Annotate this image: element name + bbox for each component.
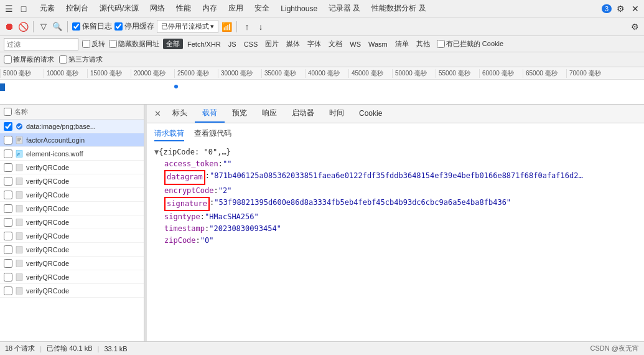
filter-type-css[interactable]: CSS	[241, 40, 261, 49]
subtab-request-payload[interactable]: 请求载荷	[154, 128, 184, 141]
timeline-mark-7: 40000 毫秒	[305, 69, 348, 78]
select-all-checkbox[interactable]	[4, 108, 12, 116]
menu-memory[interactable]: 内存	[197, 2, 222, 15]
list-item[interactable]: verifyQRCode	[0, 161, 144, 174]
tab-payload[interactable]: 载荷	[195, 105, 225, 123]
filter-type-all[interactable]: 全部	[163, 39, 183, 49]
list-item[interactable]: verifyQRCode	[0, 257, 144, 270]
request-checkbox[interactable]	[4, 122, 12, 131]
timeline-mark-4: 25000 毫秒	[174, 69, 218, 78]
menu-application[interactable]: 应用	[223, 2, 248, 15]
menu-icon-2[interactable]: □	[17, 2, 30, 15]
menu-recorder[interactable]: 记录器 及	[324, 2, 365, 15]
request-name: verifyQRCode	[26, 164, 69, 171]
tab-preview[interactable]: 预览	[225, 105, 254, 123]
menu-element[interactable]: 元素	[35, 2, 60, 15]
hidden-requests-checkbox[interactable]: 被屏蔽的请求	[4, 55, 54, 64]
resource-size: 33.1 kB	[104, 345, 127, 353]
request-checkbox[interactable]	[4, 191, 12, 199]
search-icon[interactable]: 🔍	[52, 21, 63, 32]
request-checkbox[interactable]	[4, 232, 12, 240]
request-checkbox[interactable]	[4, 177, 12, 186]
list-item[interactable]: data:image/png;base...	[0, 120, 144, 133]
clear-icon[interactable]: 🚫	[17, 21, 29, 32]
window-controls: ☰ □	[2, 2, 30, 15]
tab-response[interactable]: 响应	[254, 105, 284, 123]
filter-type-js[interactable]: JS	[225, 40, 240, 49]
request-checkbox[interactable]	[4, 163, 12, 172]
hide-data-url-checkbox[interactable]: 隐藏数据网址	[109, 39, 159, 49]
timeline-mark-9: 50000 毫秒	[392, 69, 436, 78]
settings-icon[interactable]: ⚙	[614, 2, 627, 15]
record-stop-icon[interactable]: ⏺	[4, 21, 15, 32]
export-icon[interactable]: ↓	[255, 21, 266, 32]
json-root-line[interactable]: ▼ {zipCode: "0",…}	[154, 146, 637, 158]
request-checkbox[interactable]	[4, 259, 12, 268]
woff-icon: W	[15, 149, 24, 158]
subtab-view-source[interactable]: 查看源代码	[194, 128, 231, 141]
filter-type-img[interactable]: 图片	[262, 39, 282, 49]
filter-type-wasm[interactable]: Wasm	[365, 40, 391, 49]
filter-type-font[interactable]: 字体	[304, 39, 324, 49]
filter-bar-1: 反转 隐藏数据网址 全部 Fetch/XHR JS CSS 图片 媒体 字体 文…	[0, 36, 644, 52]
network-settings-icon[interactable]: ⚙	[629, 21, 640, 32]
menu-icon-1[interactable]: ☰	[2, 2, 15, 15]
request-checkbox[interactable]	[4, 245, 12, 254]
list-item[interactable]: verifyQRCode	[0, 229, 144, 243]
filter-type-doc[interactable]: 文档	[325, 39, 345, 49]
disable-cache-checkbox[interactable]: 停用缓存	[114, 21, 154, 32]
list-item[interactable]: verifyQRCode	[0, 202, 144, 215]
collapse-icon[interactable]: ▼	[154, 146, 159, 158]
list-item[interactable]: W element-icons.woff	[0, 147, 144, 161]
filter-type-other[interactable]: 其他	[413, 39, 433, 49]
menu-console[interactable]: 控制台	[61, 2, 93, 15]
filter-icon[interactable]: ▽	[38, 21, 49, 32]
request-checkbox[interactable]	[4, 204, 12, 213]
request-checkbox[interactable]	[4, 286, 12, 295]
throttle-dropdown[interactable]: 已停用节流模式 ▾	[157, 20, 218, 33]
timeline-content[interactable]	[0, 80, 644, 104]
filter-type-fetch[interactable]: Fetch/XHR	[184, 40, 224, 49]
request-checkbox[interactable]	[4, 273, 12, 282]
tab-headers[interactable]: 标头	[165, 105, 195, 123]
list-item[interactable]: verifyQRCode	[0, 243, 144, 257]
close-devtools-icon[interactable]: ✕	[629, 2, 642, 15]
list-item[interactable]: factorAccountLogin	[0, 133, 144, 147]
request-checkbox[interactable]	[4, 136, 12, 144]
list-item[interactable]: verifyQRCode	[0, 174, 144, 188]
close-detail-icon[interactable]: ✕	[151, 109, 165, 118]
request-checkbox[interactable]	[4, 149, 12, 158]
page-icon	[15, 245, 24, 254]
request-checkbox[interactable]	[4, 218, 12, 227]
tab-initiator[interactable]: 启动器	[284, 105, 322, 123]
detail-panel: ✕ 标头 载荷 预览 响应 启动器 时间 Cookie 请求载荷 查看源代码 ▼	[147, 105, 644, 341]
list-item[interactable]: verifyQRCode	[0, 270, 144, 284]
filter-input[interactable]	[4, 38, 78, 50]
list-item[interactable]: verifyQRCode	[0, 284, 144, 298]
tab-cookie[interactable]: Cookie	[352, 106, 390, 122]
blocked-cookie-checkbox[interactable]: 有已拦截的 Cookie	[437, 39, 503, 49]
preserve-log-checkbox[interactable]: 保留日志	[72, 21, 112, 32]
filter-types: 全部 Fetch/XHR JS CSS 图片 媒体 字体 文档 WS Wasm …	[163, 39, 433, 49]
main-split-area: 名称 data:image/png;base... factorAccountL…	[0, 105, 644, 341]
third-party-checkbox[interactable]: 第三方请求	[59, 55, 103, 64]
list-item[interactable]: verifyQRCode	[0, 215, 144, 229]
menu-network[interactable]: 网络	[145, 2, 170, 15]
menu-performance-insights[interactable]: 性能数据分析 及	[366, 2, 431, 15]
menu-performance[interactable]: 性能	[171, 2, 196, 15]
menu-lighthouse[interactable]: Lighthouse	[276, 3, 322, 14]
import-icon[interactable]: ↑	[241, 21, 253, 32]
filter-type-media[interactable]: 媒体	[283, 39, 303, 49]
list-item[interactable]: verifyQRCode	[0, 188, 144, 202]
filter-type-manifest[interactable]: 清单	[392, 39, 412, 49]
timeline-mark-2: 15000 毫秒	[87, 69, 131, 78]
invert-checkbox[interactable]: 反转	[82, 39, 105, 49]
menu-security[interactable]: 安全	[250, 2, 274, 15]
timeline-mark-8: 45000 毫秒	[348, 69, 392, 78]
wifi-icon[interactable]: 📶	[221, 21, 232, 32]
menu-source[interactable]: 源代码/来源	[95, 2, 144, 15]
request-list[interactable]: data:image/png;base... factorAccountLogi…	[0, 120, 144, 341]
filter-type-ws[interactable]: WS	[347, 40, 364, 49]
request-name: verifyQRCode	[26, 287, 69, 295]
tab-timing[interactable]: 时间	[322, 105, 352, 123]
